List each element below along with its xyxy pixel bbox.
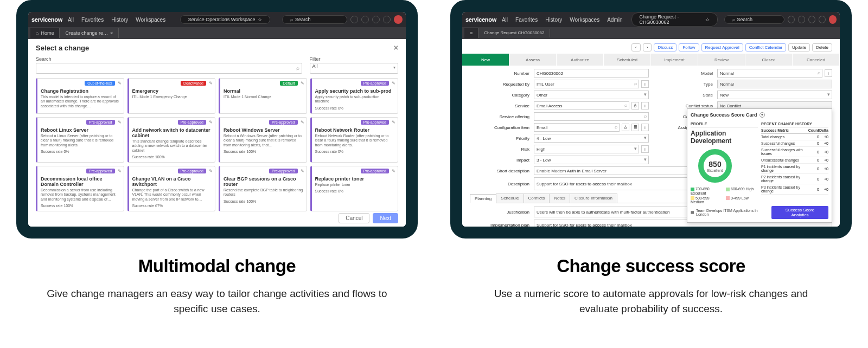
search-icon[interactable]: ⌕ <box>818 70 820 75</box>
stage-new[interactable]: New <box>462 54 509 66</box>
tab-create-change[interactable]: Create change re… × <box>60 28 119 38</box>
field-service[interactable]: Email Access⌕ <box>534 101 629 110</box>
field-risk[interactable]: High▾ <box>534 145 639 153</box>
stage-closed[interactable]: Closed <box>745 54 793 66</box>
update-button[interactable]: Update <box>788 43 810 51</box>
follow-button[interactable]: Follow <box>679 43 699 51</box>
pencil-icon[interactable]: ✎ <box>209 169 213 173</box>
record-title-pill[interactable]: Change Request - CHG0030062 ☆ <box>631 12 718 27</box>
conflict-calendar-button[interactable]: Conflict Calendar <box>745 43 786 51</box>
pencil-icon[interactable]: ✎ <box>209 120 213 125</box>
nav-all[interactable]: All <box>502 17 508 23</box>
nav-favorites[interactable]: Favorites <box>515 17 538 23</box>
field-number[interactable]: CHG0030062 <box>534 69 649 78</box>
global-search[interactable]: ⌕ Search <box>282 15 347 24</box>
field-service-offering[interactable]: ⌕ <box>534 112 649 121</box>
tab-change-request[interactable]: Change Request CHG0030062 <box>478 29 550 38</box>
nav-icon-3[interactable] <box>808 16 815 23</box>
nav-icon-4[interactable] <box>383 16 391 23</box>
nav-admin[interactable]: Admin <box>607 17 622 23</box>
stage-scheduled[interactable]: Scheduled <box>604 54 651 66</box>
tab-home[interactable]: ⌂ Home <box>30 28 60 38</box>
avatar[interactable] <box>394 15 403 24</box>
help-icon[interactable]: ? <box>760 112 765 118</box>
search-icon[interactable]: ⌕ <box>624 102 627 108</box>
cancel-button[interactable]: Cancel <box>339 213 369 223</box>
pencil-icon[interactable]: ✎ <box>392 81 395 86</box>
field-state[interactable]: New▾ <box>717 91 832 99</box>
search-icon[interactable]: ⌕ <box>644 113 647 119</box>
change-card[interactable]: Pre-approved✎Change VLAN on a Cisco swit… <box>127 166 216 211</box>
change-card[interactable]: Pre-approved✎Decommission local office D… <box>36 166 124 211</box>
success-score-analytics-button[interactable]: Success Score Analytics <box>771 206 828 219</box>
stage-implement[interactable]: Implement <box>651 54 698 66</box>
pencil-icon[interactable]: ✎ <box>118 81 122 86</box>
search-icon[interactable]: ⌕ <box>615 124 617 130</box>
field-impact[interactable]: 3 - Low▾ <box>534 156 649 164</box>
field-model[interactable]: Normal⌕ <box>717 69 822 78</box>
tree-icon[interactable]: ♁ <box>631 102 639 109</box>
change-card[interactable]: Pre-approved✎Reboot Network RouterReboot… <box>310 117 399 163</box>
change-card[interactable]: Pre-approved✎Apply security patch to sub… <box>310 78 399 114</box>
nav-workspaces[interactable]: Workspaces <box>136 17 165 23</box>
field-category[interactable]: Other▾ <box>534 91 649 99</box>
field-priority[interactable]: 4 - Low▾ <box>534 134 649 143</box>
change-card[interactable]: Default✎NormalITIL Mode 1 Normal Change <box>219 78 307 114</box>
nav-icon-1[interactable] <box>788 16 795 23</box>
change-card[interactable]: Deactivated✎EmergencyITIL Mode 1 Emergen… <box>127 78 216 114</box>
prev-record-button[interactable]: ‹ <box>631 43 641 51</box>
delete-button[interactable]: Delete <box>812 43 832 51</box>
pencil-icon[interactable]: ✎ <box>118 169 122 173</box>
stage-review[interactable]: Review <box>698 54 745 66</box>
stage-authorize[interactable]: Authorize <box>557 54 604 66</box>
nav-icon-2[interactable] <box>798 16 805 23</box>
change-card[interactable]: Pre-approved✎Reboot Windows ServerReboot… <box>219 117 307 163</box>
nav-icon-2[interactable] <box>361 16 369 23</box>
nav-all[interactable]: All <box>68 17 74 23</box>
close-panel-icon[interactable]: × <box>394 43 398 52</box>
info-icon[interactable]: i <box>641 80 649 88</box>
tree-icon[interactable]: ♁ <box>622 124 629 131</box>
info-icon[interactable]: i <box>641 102 649 109</box>
subtab-notes[interactable]: Notes <box>549 194 570 203</box>
workspace-title-pill[interactable]: Service Operations Workspace ☆ <box>180 15 270 24</box>
nav-icon-1[interactable] <box>350 16 358 23</box>
search-icon[interactable]: ⌕ <box>634 81 637 86</box>
nav-workspaces[interactable]: Workspaces <box>570 17 599 23</box>
subtab-conflicts[interactable]: Conflicts <box>524 194 550 203</box>
discuss-button[interactable]: Discuss <box>654 43 676 51</box>
nav-icon-3[interactable] <box>372 16 380 23</box>
nav-history[interactable]: History <box>111 17 128 23</box>
nav-icon-4[interactable] <box>819 16 826 23</box>
change-card[interactable]: Out-of-the-box✎Change RegistrationThis m… <box>36 78 124 114</box>
pencil-icon[interactable]: ✎ <box>118 120 122 125</box>
pencil-icon[interactable]: ✎ <box>392 169 395 173</box>
list-icon[interactable]: ≣ <box>631 124 639 131</box>
field-config-item[interactable]: Email⌕ <box>534 123 620 132</box>
pencil-icon[interactable]: ✎ <box>301 169 304 173</box>
next-record-button[interactable]: › <box>643 43 652 51</box>
global-search[interactable]: ⌕ Search <box>724 15 784 24</box>
tab-home[interactable]: ≡ <box>464 28 478 38</box>
filter-select[interactable]: All▾ <box>310 63 399 74</box>
request-approval-button[interactable]: Request Approval <box>701 43 743 51</box>
subtab-planning[interactable]: Planning <box>470 194 496 203</box>
nav-history[interactable]: History <box>545 17 562 23</box>
pencil-icon[interactable]: ✎ <box>301 120 304 125</box>
field-requested-by[interactable]: ITIL User⌕ <box>534 80 639 88</box>
info-icon[interactable]: i <box>641 124 649 131</box>
stage-assess[interactable]: Assess <box>509 54 557 66</box>
search-input[interactable]: ⌕ <box>36 63 302 74</box>
info-icon[interactable]: i <box>825 69 832 77</box>
pencil-icon[interactable]: ✎ <box>301 81 304 86</box>
change-card[interactable]: Pre-approved✎Reboot Linux ServerReboot a… <box>36 117 124 163</box>
pencil-icon[interactable]: ✎ <box>209 81 213 86</box>
next-button[interactable]: Next <box>373 213 398 223</box>
stage-canceled[interactable]: Canceled <box>793 54 840 66</box>
nav-favorites[interactable]: Favorites <box>81 17 104 23</box>
pencil-icon[interactable]: ✎ <box>392 120 395 125</box>
change-card[interactable]: Pre-approved✎Clear BGP sessions on a Cis… <box>219 166 307 211</box>
close-icon[interactable]: × <box>110 30 113 36</box>
info-icon[interactable]: i <box>641 145 649 153</box>
avatar[interactable] <box>829 15 837 24</box>
